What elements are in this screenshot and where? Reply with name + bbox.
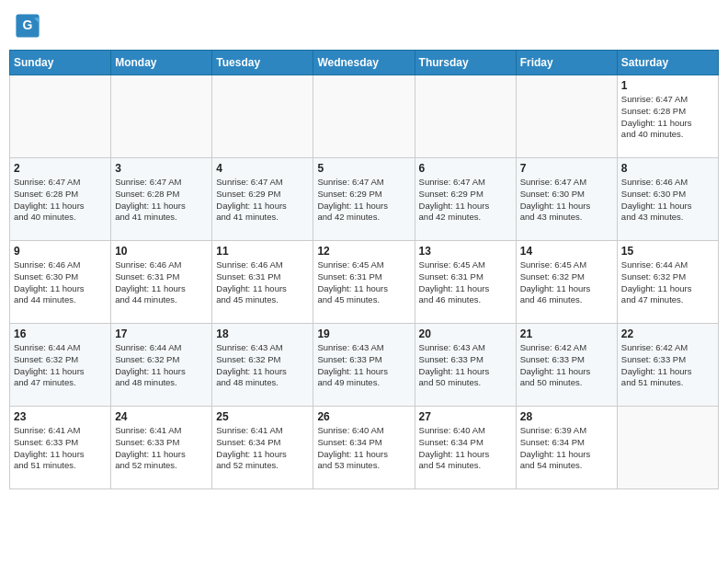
day-info: Sunrise: 6:44 AM Sunset: 6:32 PM Dayligh… <box>621 259 714 306</box>
day-number: 24 <box>115 410 208 423</box>
calendar-cell: 4Sunrise: 6:47 AM Sunset: 6:29 PM Daylig… <box>212 158 313 241</box>
day-number: 2 <box>14 162 107 175</box>
weekday-header-sunday: Sunday <box>10 51 111 75</box>
day-number: 5 <box>317 162 410 175</box>
day-info: Sunrise: 6:46 AM Sunset: 6:31 PM Dayligh… <box>115 259 208 306</box>
day-info: Sunrise: 6:45 AM Sunset: 6:32 PM Dayligh… <box>520 259 613 306</box>
calendar-cell: 6Sunrise: 6:47 AM Sunset: 6:29 PM Daylig… <box>415 158 516 241</box>
calendar-cell: 12Sunrise: 6:45 AM Sunset: 6:31 PM Dayli… <box>313 241 415 324</box>
calendar-week-2: 9Sunrise: 6:46 AM Sunset: 6:30 PM Daylig… <box>10 241 719 324</box>
day-info: Sunrise: 6:40 AM Sunset: 6:34 PM Dayligh… <box>419 425 512 472</box>
weekday-header-wednesday: Wednesday <box>313 51 415 75</box>
day-number: 11 <box>216 245 309 258</box>
calendar-cell: 26Sunrise: 6:40 AM Sunset: 6:34 PM Dayli… <box>313 407 415 489</box>
calendar-cell: 5Sunrise: 6:47 AM Sunset: 6:29 PM Daylig… <box>313 158 415 241</box>
calendar-cell: 16Sunrise: 6:44 AM Sunset: 6:32 PM Dayli… <box>10 324 111 407</box>
calendar-cell: 3Sunrise: 6:47 AM Sunset: 6:28 PM Daylig… <box>111 158 212 241</box>
day-info: Sunrise: 6:45 AM Sunset: 6:31 PM Dayligh… <box>317 259 410 306</box>
calendar-cell: 14Sunrise: 6:45 AM Sunset: 6:32 PM Dayli… <box>516 241 617 324</box>
calendar-cell: 15Sunrise: 6:44 AM Sunset: 6:32 PM Dayli… <box>617 241 718 324</box>
calendar-cell: 25Sunrise: 6:41 AM Sunset: 6:34 PM Dayli… <box>212 407 313 489</box>
day-number: 6 <box>419 162 512 175</box>
weekday-header-friday: Friday <box>516 51 617 75</box>
day-info: Sunrise: 6:39 AM Sunset: 6:34 PM Dayligh… <box>520 425 613 472</box>
day-info: Sunrise: 6:41 AM Sunset: 6:33 PM Dayligh… <box>115 425 208 472</box>
day-info: Sunrise: 6:43 AM Sunset: 6:32 PM Dayligh… <box>216 342 309 389</box>
calendar-cell: 22Sunrise: 6:42 AM Sunset: 6:33 PM Dayli… <box>617 324 718 407</box>
logo: G <box>15 13 42 39</box>
day-number: 8 <box>621 162 714 175</box>
calendar-cell <box>617 407 718 489</box>
day-number: 14 <box>520 245 613 258</box>
day-number: 22 <box>621 327 714 340</box>
day-number: 26 <box>317 410 410 423</box>
day-info: Sunrise: 6:41 AM Sunset: 6:33 PM Dayligh… <box>14 425 107 472</box>
calendar-cell <box>313 75 415 158</box>
calendar-week-1: 2Sunrise: 6:47 AM Sunset: 6:28 PM Daylig… <box>10 158 719 241</box>
logo-icon: G <box>15 13 40 39</box>
day-info: Sunrise: 6:46 AM Sunset: 6:30 PM Dayligh… <box>14 259 107 306</box>
calendar-cell: 1Sunrise: 6:47 AM Sunset: 6:28 PM Daylig… <box>617 75 718 158</box>
calendar-cell <box>111 75 212 158</box>
weekday-row: SundayMondayTuesdayWednesdayThursdayFrid… <box>10 51 719 75</box>
day-info: Sunrise: 6:40 AM Sunset: 6:34 PM Dayligh… <box>317 425 410 472</box>
day-info: Sunrise: 6:47 AM Sunset: 6:28 PM Dayligh… <box>14 177 107 224</box>
day-number: 23 <box>14 410 107 423</box>
day-info: Sunrise: 6:41 AM Sunset: 6:34 PM Dayligh… <box>216 425 309 472</box>
calendar-cell: 7Sunrise: 6:47 AM Sunset: 6:30 PM Daylig… <box>516 158 617 241</box>
weekday-header-monday: Monday <box>111 51 212 75</box>
day-number: 27 <box>419 410 512 423</box>
calendar-cell <box>415 75 516 158</box>
day-info: Sunrise: 6:44 AM Sunset: 6:32 PM Dayligh… <box>14 342 107 389</box>
calendar-cell: 23Sunrise: 6:41 AM Sunset: 6:33 PM Dayli… <box>10 407 111 489</box>
calendar-cell <box>516 75 617 158</box>
calendar-cell: 13Sunrise: 6:45 AM Sunset: 6:31 PM Dayli… <box>415 241 516 324</box>
day-number: 18 <box>216 327 309 340</box>
calendar-cell: 21Sunrise: 6:42 AM Sunset: 6:33 PM Dayli… <box>516 324 617 407</box>
day-number: 20 <box>419 327 512 340</box>
calendar-table: SundayMondayTuesdayWednesdayThursdayFrid… <box>9 50 719 489</box>
day-number: 25 <box>216 410 309 423</box>
day-info: Sunrise: 6:47 AM Sunset: 6:29 PM Dayligh… <box>317 177 410 224</box>
day-number: 21 <box>520 327 613 340</box>
day-info: Sunrise: 6:42 AM Sunset: 6:33 PM Dayligh… <box>621 342 714 389</box>
day-info: Sunrise: 6:47 AM Sunset: 6:28 PM Dayligh… <box>115 177 208 224</box>
calendar-cell: 8Sunrise: 6:46 AM Sunset: 6:30 PM Daylig… <box>617 158 718 241</box>
calendar-cell <box>10 75 111 158</box>
calendar-cell: 24Sunrise: 6:41 AM Sunset: 6:33 PM Dayli… <box>111 407 212 489</box>
day-info: Sunrise: 6:46 AM Sunset: 6:30 PM Dayligh… <box>621 177 714 224</box>
calendar-cell: 17Sunrise: 6:44 AM Sunset: 6:32 PM Dayli… <box>111 324 212 407</box>
day-info: Sunrise: 6:46 AM Sunset: 6:31 PM Dayligh… <box>216 259 309 306</box>
calendar-week-4: 23Sunrise: 6:41 AM Sunset: 6:33 PM Dayli… <box>10 407 719 489</box>
calendar-cell: 10Sunrise: 6:46 AM Sunset: 6:31 PM Dayli… <box>111 241 212 324</box>
calendar-header: SundayMondayTuesdayWednesdayThursdayFrid… <box>10 51 719 75</box>
day-info: Sunrise: 6:43 AM Sunset: 6:33 PM Dayligh… <box>317 342 410 389</box>
day-number: 1 <box>621 79 714 92</box>
day-number: 15 <box>621 245 714 258</box>
calendar-cell: 9Sunrise: 6:46 AM Sunset: 6:30 PM Daylig… <box>10 241 111 324</box>
day-number: 16 <box>14 327 107 340</box>
day-number: 17 <box>115 327 208 340</box>
day-number: 19 <box>317 327 410 340</box>
day-number: 28 <box>520 410 613 423</box>
calendar-cell: 27Sunrise: 6:40 AM Sunset: 6:34 PM Dayli… <box>415 407 516 489</box>
day-info: Sunrise: 6:44 AM Sunset: 6:32 PM Dayligh… <box>115 342 208 389</box>
day-info: Sunrise: 6:47 AM Sunset: 6:30 PM Dayligh… <box>520 177 613 224</box>
calendar-cell: 11Sunrise: 6:46 AM Sunset: 6:31 PM Dayli… <box>212 241 313 324</box>
calendar-cell <box>212 75 313 158</box>
day-number: 3 <box>115 162 208 175</box>
calendar-cell: 18Sunrise: 6:43 AM Sunset: 6:32 PM Dayli… <box>212 324 313 407</box>
calendar-week-0: 1Sunrise: 6:47 AM Sunset: 6:28 PM Daylig… <box>10 75 719 158</box>
calendar-cell: 19Sunrise: 6:43 AM Sunset: 6:33 PM Dayli… <box>313 324 415 407</box>
weekday-header-thursday: Thursday <box>415 51 516 75</box>
day-info: Sunrise: 6:47 AM Sunset: 6:29 PM Dayligh… <box>216 177 309 224</box>
day-info: Sunrise: 6:42 AM Sunset: 6:33 PM Dayligh… <box>520 342 613 389</box>
day-number: 4 <box>216 162 309 175</box>
page-header: G <box>9 9 719 42</box>
calendar-cell: 20Sunrise: 6:43 AM Sunset: 6:33 PM Dayli… <box>415 324 516 407</box>
weekday-header-tuesday: Tuesday <box>212 51 313 75</box>
day-info: Sunrise: 6:47 AM Sunset: 6:29 PM Dayligh… <box>419 177 512 224</box>
calendar-week-3: 16Sunrise: 6:44 AM Sunset: 6:32 PM Dayli… <box>10 324 719 407</box>
day-info: Sunrise: 6:47 AM Sunset: 6:28 PM Dayligh… <box>621 94 714 141</box>
day-number: 10 <box>115 245 208 258</box>
